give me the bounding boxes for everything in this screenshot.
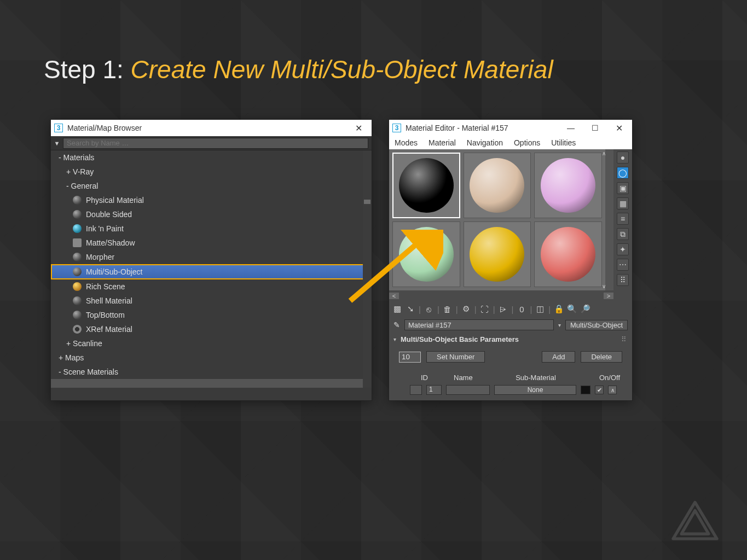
toolbar-button-icon[interactable]: ◫ [535,304,545,314]
chevron-down-icon[interactable]: ▾ [558,322,561,328]
group-maps[interactable]: + Maps [51,351,372,365]
toolbar-button-icon[interactable]: ➘ [406,304,415,314]
menu-navigation[interactable]: Navigation [467,138,503,147]
row-name-input[interactable] [446,385,490,395]
browser-title: Material/Map Browser [67,124,142,132]
group-vray[interactable]: + V-Ray [51,165,372,179]
sample-area: ∧ ∨ < > ●◯▣▦≡⧉✦⋯⠿ [389,149,632,301]
set-number-button[interactable]: Set Number [426,351,485,363]
uv-tiling-icon[interactable]: ≡ [617,213,629,225]
backlight-icon[interactable]: ▣ [617,182,629,194]
item-xref-material[interactable]: XRef Material [51,322,372,336]
group-materials[interactable]: - Materials [51,150,372,165]
toolbar-button-icon[interactable]: 🔎 [580,304,590,314]
col-name: Name [454,374,487,382]
rollout-header[interactable]: ▾ Multi/Sub-Object Basic Parameters ⠿ [389,333,632,346]
item-physical-material[interactable]: Physical Material [51,193,372,207]
toolbar-button-icon[interactable]: ⩥ [499,305,508,314]
pick-material-icon[interactable]: ✎ [393,320,400,329]
separator: | [437,305,439,314]
sample-type-icon[interactable]: ◯ [617,167,629,179]
toolbar-button-icon[interactable]: ⚙ [461,304,471,314]
toolbar-button-icon[interactable]: 🔒 [554,304,564,314]
sample-slot-3[interactable] [534,153,602,218]
chevron-down-icon[interactable]: ▼ [51,140,63,147]
menu-material[interactable]: Material [428,138,456,147]
separator: | [419,305,421,314]
editor-toolbar: ▩➘|⎋|🗑|⚙|⛶|⩥|0|◫|🔒🔍🔎 [389,301,632,317]
scroll-left-icon[interactable]: < [389,293,399,299]
sphere-icon [470,158,524,213]
menu-options[interactable]: Options [514,138,540,147]
select-by-material-icon[interactable]: ⠿ [617,274,629,286]
menu-utilities[interactable]: Utilities [551,138,576,147]
delete-button[interactable]: Delete [581,351,622,363]
close-icon[interactable]: ✕ [349,123,368,133]
toolbar-button-icon[interactable]: 🔍 [567,304,577,314]
row-swatch[interactable] [410,385,422,395]
make-preview-icon[interactable]: ✦ [617,243,629,255]
scroll-up-icon[interactable]: ∧ [602,150,606,156]
scroll-down-icon[interactable]: ∨ [602,283,606,289]
sphere-icon [541,227,595,282]
row-submaterial-button[interactable]: None [494,385,576,395]
sample-sphere-icon[interactable]: ● [617,151,629,164]
sample-slot-2[interactable] [464,153,531,218]
separator: | [548,305,551,314]
background-icon[interactable]: ▦ [617,197,629,209]
item-top-bottom[interactable]: Top/Bottom [51,308,372,322]
chevron-down-icon: ▾ [393,336,396,342]
row-id[interactable]: 1 [426,385,442,395]
item-rich-scene[interactable]: Rich Scene [51,279,372,294]
scroll-right-icon[interactable]: > [604,293,613,299]
material-tree: - Materials + V-Ray - General Physical M… [51,150,372,388]
material-square-icon [73,238,82,247]
sphere-icon [399,227,454,282]
menu-modes[interactable]: Modes [395,138,418,147]
options-icon[interactable]: ⋯ [617,259,629,271]
editor-titlebar[interactable]: 3 Material Editor - Material #157 — ☐ ✕ [389,120,632,136]
search-row: ▼ [51,136,372,150]
group-scene-materials[interactable]: - Scene Materials [51,365,372,379]
row-scroll-up-icon[interactable]: ∧ [608,386,617,394]
toolbar-button-icon[interactable]: ▩ [392,304,402,314]
browser-titlebar[interactable]: 3 Material/Map Browser ✕ [51,120,372,136]
editor-menubar: Modes Material Navigation Options Utilit… [389,136,632,149]
tree-scrollbar[interactable] [363,150,372,388]
item-shell-material[interactable]: Shell Material [51,294,372,308]
maximize-icon[interactable]: ☐ [585,124,605,132]
col-id: ID [421,374,437,382]
row-onoff-checkbox[interactable]: ✔ [595,386,604,394]
sample-slot-6[interactable] [534,221,602,287]
search-input[interactable] [63,138,368,149]
item-multi-sub-object[interactable]: Multi/Sub-Object [51,264,372,279]
minimize-icon[interactable]: — [561,124,581,132]
editor-title: Material Editor - Material #157 [406,124,508,132]
material-name-input[interactable] [404,319,554,330]
material-ball-icon [73,267,82,276]
scrollbar-thumb[interactable] [364,200,370,204]
toolbar-button-icon[interactable]: 🗑 [443,305,453,314]
material-ball-icon [73,282,82,291]
item-morpher[interactable]: Morpher [51,250,372,264]
item-double-sided[interactable]: Double Sided [51,207,372,221]
toolbar-button-icon[interactable]: 0 [517,305,526,314]
video-check-icon[interactable]: ⧉ [617,228,629,240]
sample-slot-1[interactable] [392,153,460,218]
sample-slot-4[interactable] [392,221,460,287]
sample-hscroll[interactable]: < > [389,290,613,301]
group-scanline[interactable]: + Scanline [51,336,372,351]
sample-slot-5[interactable] [464,221,531,287]
set-number-input[interactable] [399,352,421,363]
item-matte-shadow[interactable]: Matte/Shadow [51,236,372,250]
material-type-button[interactable]: Multi/Sub-Object [565,320,628,330]
add-button[interactable]: Add [542,351,575,363]
grip-icon[interactable]: ⠿ [621,335,628,343]
group-general[interactable]: - General [51,179,372,193]
item-ink-n-paint[interactable]: Ink 'n Paint [51,221,372,236]
toolbar-button-icon[interactable]: ⛶ [480,305,490,314]
rollout-title: Multi/Sub-Object Basic Parameters [401,335,519,343]
row-color-swatch[interactable] [581,386,590,394]
toolbar-button-icon[interactable]: ⎋ [424,305,434,314]
close-icon[interactable]: ✕ [609,123,629,133]
